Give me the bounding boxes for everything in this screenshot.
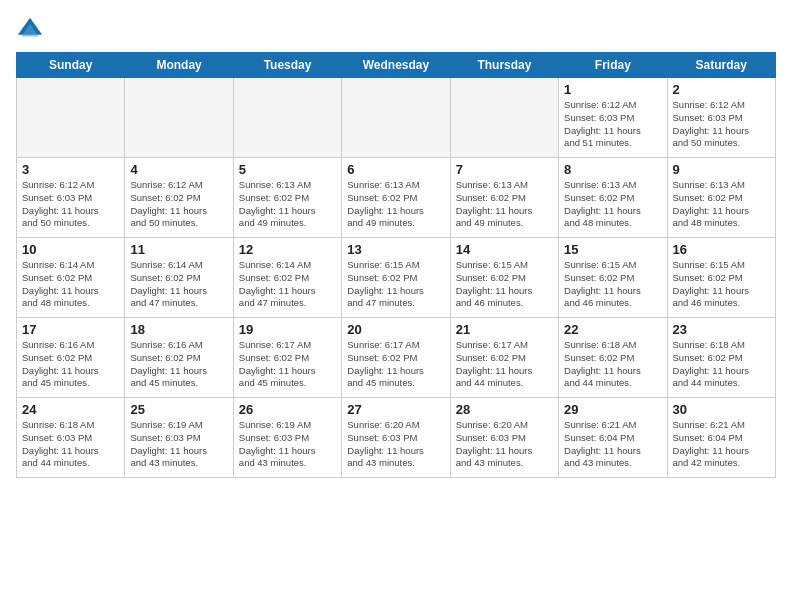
calendar-body: 1Sunrise: 6:12 AM Sunset: 6:03 PM Daylig… [17,78,776,478]
calendar-cell [17,78,125,158]
day-number: 18 [130,322,227,337]
calendar-cell: 11Sunrise: 6:14 AM Sunset: 6:02 PM Dayli… [125,238,233,318]
calendar-cell: 19Sunrise: 6:17 AM Sunset: 6:02 PM Dayli… [233,318,341,398]
calendar-cell: 25Sunrise: 6:19 AM Sunset: 6:03 PM Dayli… [125,398,233,478]
weekday-thursday: Thursday [450,53,558,78]
day-number: 29 [564,402,661,417]
calendar-cell: 20Sunrise: 6:17 AM Sunset: 6:02 PM Dayli… [342,318,450,398]
weekday-sunday: Sunday [17,53,125,78]
day-info: Sunrise: 6:16 AM Sunset: 6:02 PM Dayligh… [22,339,119,390]
day-info: Sunrise: 6:12 AM Sunset: 6:03 PM Dayligh… [22,179,119,230]
day-info: Sunrise: 6:12 AM Sunset: 6:02 PM Dayligh… [130,179,227,230]
day-number: 23 [673,322,770,337]
day-number: 9 [673,162,770,177]
calendar-cell: 22Sunrise: 6:18 AM Sunset: 6:02 PM Dayli… [559,318,667,398]
calendar-cell: 15Sunrise: 6:15 AM Sunset: 6:02 PM Dayli… [559,238,667,318]
calendar-cell: 18Sunrise: 6:16 AM Sunset: 6:02 PM Dayli… [125,318,233,398]
day-number: 19 [239,322,336,337]
day-info: Sunrise: 6:13 AM Sunset: 6:02 PM Dayligh… [673,179,770,230]
calendar-cell: 2Sunrise: 6:12 AM Sunset: 6:03 PM Daylig… [667,78,775,158]
day-info: Sunrise: 6:15 AM Sunset: 6:02 PM Dayligh… [456,259,553,310]
day-info: Sunrise: 6:15 AM Sunset: 6:02 PM Dayligh… [673,259,770,310]
day-number: 3 [22,162,119,177]
day-info: Sunrise: 6:19 AM Sunset: 6:03 PM Dayligh… [239,419,336,470]
calendar-cell: 10Sunrise: 6:14 AM Sunset: 6:02 PM Dayli… [17,238,125,318]
calendar-cell: 30Sunrise: 6:21 AM Sunset: 6:04 PM Dayli… [667,398,775,478]
day-info: Sunrise: 6:13 AM Sunset: 6:02 PM Dayligh… [239,179,336,230]
day-number: 13 [347,242,444,257]
day-info: Sunrise: 6:14 AM Sunset: 6:02 PM Dayligh… [22,259,119,310]
day-info: Sunrise: 6:20 AM Sunset: 6:03 PM Dayligh… [347,419,444,470]
day-number: 28 [456,402,553,417]
day-info: Sunrise: 6:18 AM Sunset: 6:02 PM Dayligh… [673,339,770,390]
day-number: 12 [239,242,336,257]
day-info: Sunrise: 6:13 AM Sunset: 6:02 PM Dayligh… [456,179,553,230]
day-number: 24 [22,402,119,417]
day-info: Sunrise: 6:14 AM Sunset: 6:02 PM Dayligh… [239,259,336,310]
day-info: Sunrise: 6:21 AM Sunset: 6:04 PM Dayligh… [673,419,770,470]
calendar-cell: 16Sunrise: 6:15 AM Sunset: 6:02 PM Dayli… [667,238,775,318]
calendar-cell: 23Sunrise: 6:18 AM Sunset: 6:02 PM Dayli… [667,318,775,398]
calendar-cell: 14Sunrise: 6:15 AM Sunset: 6:02 PM Dayli… [450,238,558,318]
calendar-cell: 5Sunrise: 6:13 AM Sunset: 6:02 PM Daylig… [233,158,341,238]
day-number: 22 [564,322,661,337]
calendar-cell: 3Sunrise: 6:12 AM Sunset: 6:03 PM Daylig… [17,158,125,238]
day-number: 11 [130,242,227,257]
day-number: 17 [22,322,119,337]
calendar-cell [233,78,341,158]
week-row-1: 1Sunrise: 6:12 AM Sunset: 6:03 PM Daylig… [17,78,776,158]
calendar-cell: 9Sunrise: 6:13 AM Sunset: 6:02 PM Daylig… [667,158,775,238]
calendar-cell: 21Sunrise: 6:17 AM Sunset: 6:02 PM Dayli… [450,318,558,398]
calendar-cell: 29Sunrise: 6:21 AM Sunset: 6:04 PM Dayli… [559,398,667,478]
calendar-cell: 1Sunrise: 6:12 AM Sunset: 6:03 PM Daylig… [559,78,667,158]
day-info: Sunrise: 6:12 AM Sunset: 6:03 PM Dayligh… [673,99,770,150]
day-number: 27 [347,402,444,417]
day-number: 30 [673,402,770,417]
day-info: Sunrise: 6:16 AM Sunset: 6:02 PM Dayligh… [130,339,227,390]
calendar-cell [125,78,233,158]
calendar-cell: 24Sunrise: 6:18 AM Sunset: 6:03 PM Dayli… [17,398,125,478]
day-info: Sunrise: 6:19 AM Sunset: 6:03 PM Dayligh… [130,419,227,470]
week-row-5: 24Sunrise: 6:18 AM Sunset: 6:03 PM Dayli… [17,398,776,478]
logo [16,16,48,44]
day-number: 20 [347,322,444,337]
calendar-cell: 13Sunrise: 6:15 AM Sunset: 6:02 PM Dayli… [342,238,450,318]
calendar-cell: 8Sunrise: 6:13 AM Sunset: 6:02 PM Daylig… [559,158,667,238]
calendar-cell: 6Sunrise: 6:13 AM Sunset: 6:02 PM Daylig… [342,158,450,238]
calendar-cell [342,78,450,158]
day-number: 7 [456,162,553,177]
weekday-friday: Friday [559,53,667,78]
calendar-cell: 7Sunrise: 6:13 AM Sunset: 6:02 PM Daylig… [450,158,558,238]
calendar-cell: 17Sunrise: 6:16 AM Sunset: 6:02 PM Dayli… [17,318,125,398]
day-number: 25 [130,402,227,417]
day-info: Sunrise: 6:20 AM Sunset: 6:03 PM Dayligh… [456,419,553,470]
day-number: 6 [347,162,444,177]
day-info: Sunrise: 6:14 AM Sunset: 6:02 PM Dayligh… [130,259,227,310]
day-info: Sunrise: 6:12 AM Sunset: 6:03 PM Dayligh… [564,99,661,150]
calendar-cell [450,78,558,158]
calendar-cell: 4Sunrise: 6:12 AM Sunset: 6:02 PM Daylig… [125,158,233,238]
day-info: Sunrise: 6:13 AM Sunset: 6:02 PM Dayligh… [564,179,661,230]
day-info: Sunrise: 6:13 AM Sunset: 6:02 PM Dayligh… [347,179,444,230]
day-info: Sunrise: 6:18 AM Sunset: 6:03 PM Dayligh… [22,419,119,470]
week-row-4: 17Sunrise: 6:16 AM Sunset: 6:02 PM Dayli… [17,318,776,398]
day-number: 5 [239,162,336,177]
calendar-cell: 26Sunrise: 6:19 AM Sunset: 6:03 PM Dayli… [233,398,341,478]
day-number: 26 [239,402,336,417]
calendar-cell: 28Sunrise: 6:20 AM Sunset: 6:03 PM Dayli… [450,398,558,478]
weekday-tuesday: Tuesday [233,53,341,78]
day-number: 14 [456,242,553,257]
day-number: 15 [564,242,661,257]
weekday-monday: Monday [125,53,233,78]
day-info: Sunrise: 6:15 AM Sunset: 6:02 PM Dayligh… [564,259,661,310]
week-row-3: 10Sunrise: 6:14 AM Sunset: 6:02 PM Dayli… [17,238,776,318]
day-info: Sunrise: 6:17 AM Sunset: 6:02 PM Dayligh… [239,339,336,390]
weekday-saturday: Saturday [667,53,775,78]
calendar-cell: 12Sunrise: 6:14 AM Sunset: 6:02 PM Dayli… [233,238,341,318]
day-number: 16 [673,242,770,257]
weekday-header-row: SundayMondayTuesdayWednesdayThursdayFrid… [17,53,776,78]
day-info: Sunrise: 6:18 AM Sunset: 6:02 PM Dayligh… [564,339,661,390]
calendar-cell: 27Sunrise: 6:20 AM Sunset: 6:03 PM Dayli… [342,398,450,478]
day-info: Sunrise: 6:15 AM Sunset: 6:02 PM Dayligh… [347,259,444,310]
day-info: Sunrise: 6:17 AM Sunset: 6:02 PM Dayligh… [347,339,444,390]
